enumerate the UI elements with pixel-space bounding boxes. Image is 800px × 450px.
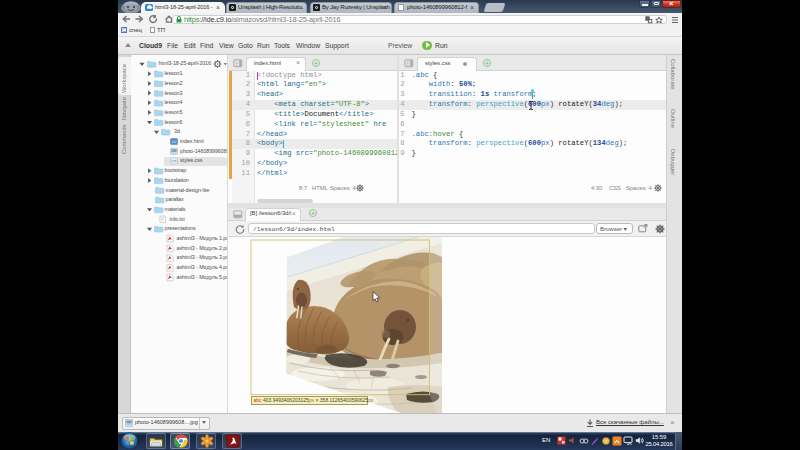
svg-text:css: css [172, 159, 177, 163]
svg-text:<>: <> [172, 140, 176, 144]
